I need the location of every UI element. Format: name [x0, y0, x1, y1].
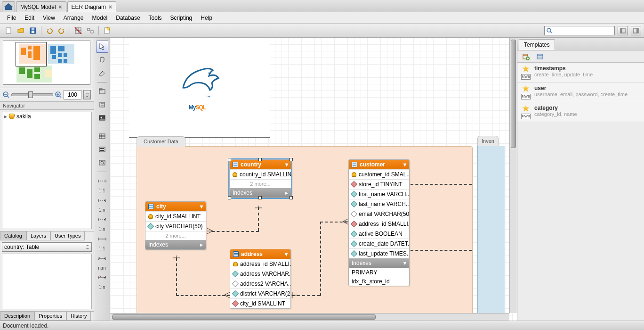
scroll-thumb[interactable]	[511, 40, 516, 148]
menu-tools[interactable]: Tools	[145, 13, 166, 23]
table-header[interactable]: address▾	[230, 249, 290, 259]
zoom-value[interactable]: 100	[64, 90, 81, 99]
zoom-dropdown[interactable]	[83, 90, 91, 99]
indexes-section[interactable]: Indexes▸	[145, 240, 206, 249]
tool-eraser[interactable]	[96, 67, 108, 79]
tab-properties[interactable]: Properties	[34, 312, 66, 321]
table-column[interactable]: address VARCHAR...	[230, 269, 290, 279]
table-column[interactable]: email VARCHAR(50)	[349, 209, 409, 219]
menu-help[interactable]: Help	[196, 13, 217, 23]
layer-title[interactable]: Customer Data	[137, 136, 185, 147]
menu-scripting[interactable]: Scripting	[166, 13, 197, 23]
table-customer[interactable]: customer▾ customer_id SMAL... store_id T…	[348, 159, 410, 286]
table-column[interactable]: customer_id SMAL...	[349, 169, 409, 179]
expand-icon[interactable]: ▸	[200, 241, 203, 248]
table-city[interactable]: city▾ city_id SMALLINT city VARCHAR(50) …	[145, 201, 206, 250]
table-column[interactable]: address_id SMALLI...	[349, 219, 409, 229]
index-row[interactable]: idx_fk_store_id	[349, 277, 409, 286]
undo-button[interactable]	[44, 25, 55, 36]
panel-button-2[interactable]	[631, 26, 641, 35]
tool-note[interactable]	[96, 99, 108, 111]
detail-selector[interactable]: country: Table	[2, 242, 92, 252]
table-column[interactable]: address2 VARCHA...	[230, 279, 290, 289]
redo-button[interactable]	[56, 25, 67, 36]
table-address[interactable]: address▾ address_id SMALLI... address VA…	[230, 249, 291, 309]
slider-thumb[interactable]	[28, 91, 33, 98]
table-country[interactable]: country▾ country_id SMALLINT 2 more... I…	[229, 159, 291, 198]
tool-hand[interactable]	[96, 54, 108, 66]
template-item-user[interactable]: MWB user username, email, password, crea…	[517, 82, 644, 102]
table-column[interactable]: active BOOLEAN	[349, 229, 409, 239]
menu-database[interactable]: Database	[112, 13, 144, 23]
tool-rel-nm[interactable]	[96, 252, 108, 264]
tab-description[interactable]: Description	[0, 312, 34, 321]
diagram-canvas[interactable]: MySQL™ Customer Data Inven city▾ city_id…	[110, 38, 517, 321]
tab-history[interactable]: History	[66, 312, 91, 321]
zoom-in-icon[interactable]	[55, 91, 62, 98]
mysql-logo-image[interactable]: MySQL™	[129, 38, 270, 138]
more-columns[interactable]: 2 more...	[230, 179, 291, 188]
tool-rel-11-nonid[interactable]	[96, 175, 108, 187]
detail-content[interactable]	[2, 254, 92, 309]
tool-table[interactable]	[96, 130, 108, 142]
align-button[interactable]	[85, 25, 96, 36]
scroll-thumb[interactable]	[112, 314, 376, 320]
menu-model[interactable]: Model	[88, 13, 112, 23]
tool-image[interactable]	[96, 112, 108, 124]
menu-view[interactable]: View	[39, 13, 59, 23]
table-column[interactable]: city_id SMALLINT	[145, 211, 206, 221]
table-column[interactable]: last_name VARCH...	[349, 199, 409, 209]
indexes-section[interactable]: Indexes▾	[349, 258, 409, 268]
close-icon[interactable]: ×	[109, 4, 112, 10]
menu-file[interactable]: File	[3, 13, 20, 23]
grid-button[interactable]	[72, 25, 84, 36]
collapse-icon[interactable]: ▾	[403, 161, 406, 168]
tool-layer[interactable]	[96, 85, 108, 98]
catalog-tree[interactable]: ▸ sakila	[2, 112, 92, 229]
search-input[interactable]	[544, 26, 615, 35]
tool-rel-11-id[interactable]	[96, 233, 108, 245]
table-column[interactable]: last_update TIMES...	[349, 248, 409, 258]
tool-routine[interactable]	[96, 157, 108, 169]
template-item-timestamps[interactable]: MWB timestamps create_time, update_time	[517, 63, 644, 82]
collapse-icon[interactable]: ▾	[285, 251, 288, 257]
search-field[interactable]	[554, 28, 612, 33]
table-column[interactable]: create_date DATET...	[349, 239, 409, 248]
zoom-out-icon[interactable]	[3, 91, 9, 98]
template-item-category[interactable]: MWB category category_id, name	[517, 102, 644, 122]
table-column[interactable]: first_name VARCH...	[349, 189, 409, 199]
collapse-icon[interactable]: ▾	[403, 260, 406, 266]
tool-view[interactable]	[96, 143, 108, 156]
tab-catalog[interactable]: Catalog	[0, 231, 26, 240]
collapse-icon[interactable]: ▾	[285, 161, 288, 168]
new-sheet-button[interactable]	[101, 25, 113, 36]
open-file-button[interactable]	[15, 25, 26, 36]
menu-arrange[interactable]: Arrange	[59, 13, 88, 23]
tool-pointer[interactable]	[96, 41, 108, 53]
index-row[interactable]: PRIMARY	[349, 268, 409, 277]
template-grid-button[interactable]	[534, 51, 546, 62]
save-button[interactable]	[27, 25, 39, 36]
expand-icon[interactable]: ▸	[285, 190, 288, 196]
table-column[interactable]: address_id SMALLI...	[230, 259, 290, 269]
close-icon[interactable]: ×	[59, 4, 62, 10]
tab-templates[interactable]: Templates	[519, 39, 555, 50]
tree-item-sakila[interactable]: ▸ sakila	[2, 112, 91, 121]
table-column[interactable]: city_id SMALLINT	[230, 298, 290, 308]
tab-usertypes[interactable]: User Types	[50, 231, 85, 240]
layer-inventory[interactable]: Inven	[477, 146, 505, 321]
table-header[interactable]: city▾	[145, 202, 206, 211]
horizontal-scrollbar[interactable]	[110, 313, 509, 321]
tool-rel-existing[interactable]	[96, 272, 108, 284]
vertical-scrollbar[interactable]	[509, 38, 517, 313]
tab-eer-diagram[interactable]: EER Diagram ×	[67, 1, 116, 12]
panel-button-1[interactable]	[618, 26, 628, 35]
table-header[interactable]: customer▾	[349, 160, 409, 169]
tool-rel-1n-nonid[interactable]	[96, 194, 108, 206]
table-column[interactable]: store_id TINYINT	[349, 179, 409, 189]
tab-mysql-model[interactable]: MySQL Model ×	[16, 1, 66, 12]
table-column[interactable]: country_id SMALLINT	[230, 169, 291, 179]
menu-edit[interactable]: Edit	[20, 13, 39, 23]
preview-canvas[interactable]	[3, 41, 90, 85]
navigator-preview[interactable]	[0, 38, 94, 88]
